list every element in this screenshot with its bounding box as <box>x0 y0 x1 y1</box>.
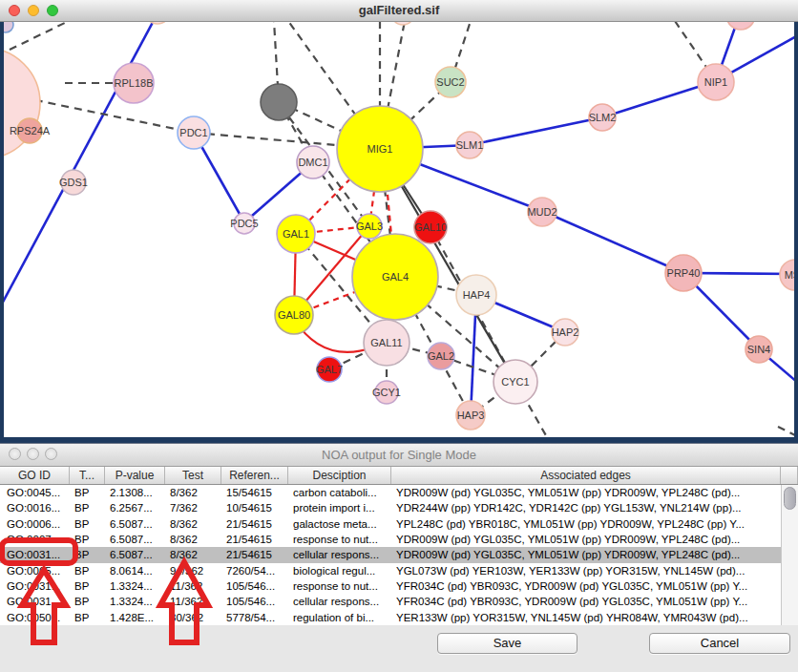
node-corner-node[interactable] <box>0 21 13 32</box>
table-cell: 6.2567... <box>105 500 165 515</box>
network-svg[interactable]: RPL18BRPS24AGDS1PDC1DMC1MIG1SUC2SLM1SLM2… <box>0 21 798 437</box>
table-cell: BP <box>70 500 105 515</box>
table-cell: 5778/54... <box>221 610 288 625</box>
table-cell: GO:0016... <box>0 500 70 515</box>
node-label-SUC2: SUC2 <box>436 76 464 88</box>
node-label-GAL10: GAL10 <box>414 221 447 233</box>
node-label-GAL1: GAL1 <box>283 228 309 240</box>
graph-window-title: galFiltered.sif <box>0 0 798 21</box>
zoom-button-icon[interactable] <box>47 5 58 16</box>
column-header-T...[interactable]: T... <box>70 467 105 484</box>
table-cell: response to nut... <box>288 578 391 594</box>
table-cell: regulation of bi... <box>288 610 391 625</box>
table-cell: cellular respons... <box>288 594 391 609</box>
table-cell: BP <box>70 532 105 547</box>
table-cell: 8/362 <box>165 485 221 500</box>
table-cell: biological regul... <box>288 563 391 578</box>
table-row[interactable]: GO:0050...BP1.428E...80/3625778/54...reg… <box>0 610 798 625</box>
column-header-GO ID[interactable]: GO ID <box>0 467 70 484</box>
node-label-MIG1: MIG1 <box>368 143 393 155</box>
close-button-icon[interactable] <box>9 448 21 460</box>
close-button-icon[interactable] <box>9 5 20 16</box>
table-cell: 6.5087... <box>105 516 165 532</box>
table-cell: BP <box>70 610 105 625</box>
table-cell: 21/54615 <box>221 547 288 562</box>
table-cell: YGL073W (pd) YER103W, YER133W (pp) YOR31… <box>391 563 781 578</box>
table-cell: 80/362 <box>165 610 221 625</box>
inactive-traffic-lights <box>9 448 57 460</box>
table-cell: GO:0006... <box>0 516 70 532</box>
column-header-P-value[interactable]: P-value <box>105 467 165 484</box>
table-cell: YFR034C (pd) YBR093C, YDR009W (pd) YGL03… <box>391 594 781 609</box>
table-cell: 105/546... <box>221 578 288 594</box>
table-cell: YDR009W (pd) YGL035C, YML051W (pp) YDR00… <box>391 547 781 562</box>
node-label-HAP3: HAP3 <box>457 410 485 421</box>
vertical-scrollbar[interactable] <box>781 485 798 625</box>
node-label-SLM1: SLM1 <box>456 139 484 151</box>
graph-window-titlebar[interactable]: galFiltered.sif <box>0 0 798 22</box>
table-cell: 1.428E... <box>105 610 165 625</box>
table-cell: BP <box>70 594 105 609</box>
table-header: GO IDT...P-valueTestReferen...Desciption… <box>0 467 798 485</box>
table-cell: GO:0045... <box>0 485 70 500</box>
node-label-GAL7: GAL7 <box>316 364 343 375</box>
table-cell: protein import i... <box>288 500 391 515</box>
table-cell: 11/362 <box>165 594 221 609</box>
column-header-scroll-filler[interactable] <box>781 467 798 484</box>
table-row[interactable]: GO:0065...BP8.0614...94/3627260/54...bio… <box>0 563 798 578</box>
table-cell: 8/362 <box>165 547 221 562</box>
table-row[interactable]: GO:0031...BP6.5087...8/36221/54615cellul… <box>0 547 798 562</box>
table-cell: GO:0031... <box>0 594 70 609</box>
node-label-SLM2: SLM2 <box>589 112 617 123</box>
node-label-PDC1: PDC1 <box>179 127 207 138</box>
table-cell: 21/54615 <box>221 516 288 532</box>
node-label-GCY1: GCY1 <box>372 387 401 398</box>
column-header-Associated edges[interactable]: Associated edges <box>391 467 781 484</box>
table-row[interactable]: GO:0016...BP6.2567...7/36210/54615protei… <box>0 500 798 515</box>
zoom-button-icon[interactable] <box>45 448 57 460</box>
table-cell: YFR034C (pd) YBR093C, YDR009W (pd) YGL03… <box>391 578 781 594</box>
column-header-Referen...[interactable]: Referen... <box>221 467 288 484</box>
node-label-GDS1: GDS1 <box>59 177 88 188</box>
noa-window-titlebar[interactable]: NOA output for Single Mode <box>0 443 798 467</box>
cancel-button[interactable]: Cancel <box>649 633 790 654</box>
table-cell: cellular respons... <box>288 547 391 562</box>
table-row[interactable]: GO:0007...BP6.5087...8/36221/54615respon… <box>0 532 798 547</box>
table-cell: carbon cataboli... <box>288 485 391 500</box>
table-cell: 21/54615 <box>221 532 288 547</box>
save-button[interactable]: Save <box>437 633 578 654</box>
table-cell: 7260/54... <box>221 563 288 578</box>
node-label-MUD2: MUD2 <box>527 206 556 218</box>
minimize-button-icon[interactable] <box>28 5 39 16</box>
minimize-button-icon[interactable] <box>27 448 39 460</box>
table-cell: GO:0031... <box>0 547 70 562</box>
column-header-Desciption[interactable]: Desciption <box>288 467 391 484</box>
node-gray-node[interactable] <box>261 84 297 120</box>
table-cell: GO:0007... <box>0 532 70 547</box>
table-cell: YDR009W (pd) YGL035C, YML051W (pp) YDR00… <box>391 532 781 547</box>
table-cell: 1.3324... <box>105 594 165 609</box>
table-cell: 94/362 <box>165 563 221 578</box>
table-cell: 10/54615 <box>221 500 288 515</box>
table-cell: response to nut... <box>288 532 391 547</box>
table-row[interactable]: GO:0031...BP1.3324...11/362105/546...res… <box>0 578 798 594</box>
node-label-CYC1: CYC1 <box>501 376 529 388</box>
table-cell: BP <box>70 516 105 532</box>
table-cell: 11/362 <box>165 578 221 594</box>
node-label-DMC1: DMC1 <box>298 157 327 168</box>
table-cell: 8/362 <box>165 516 221 532</box>
table-row[interactable]: GO:0006...BP6.5087...8/36221/54615galact… <box>0 516 798 532</box>
table-row[interactable]: GO:0045...BP2.1308...8/36215/54615carbon… <box>0 485 798 500</box>
dialog-footer: Save Cancel <box>0 625 798 672</box>
table-row[interactable]: GO:0031...BP1.3324...11/362105/546...cel… <box>0 594 798 609</box>
node-label-RPS24A: RPS24A <box>10 125 51 136</box>
scrollbar-thumb[interactable] <box>784 487 796 510</box>
column-header-Test[interactable]: Test <box>165 467 221 484</box>
traffic-lights <box>9 5 58 16</box>
table-cell: 7/362 <box>165 500 221 515</box>
network-canvas[interactable]: RPL18BRPS24AGDS1PDC1DMC1MIG1SUC2SLM1SLM2… <box>0 21 798 437</box>
table-cell: BP <box>70 547 105 562</box>
node-label-PDC5: PDC5 <box>230 218 258 229</box>
table-cell: GO:0031... <box>0 578 70 594</box>
table-body: GO:0045...BP2.1308...8/36215/54615carbon… <box>0 485 798 625</box>
